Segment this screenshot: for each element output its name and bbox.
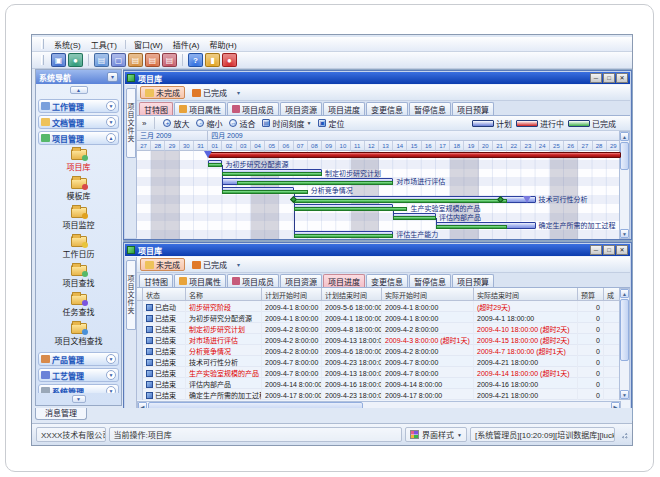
project-folder-tab[interactable]: 项目文件夹 <box>126 88 136 158</box>
table-row[interactable]: 已结束 技术可行性分析 2009-4-7 8:00:00 2009-4-23 1… <box>137 356 622 367</box>
gantt-tool-定位[interactable]: ▣定位 <box>316 118 346 129</box>
scroll-up-arrow-icon[interactable]: ▲ <box>620 289 629 298</box>
scroll-down-arrow-icon[interactable]: ▼ <box>620 229 629 238</box>
scroll-down-arrow-icon[interactable]: ▼ <box>620 390 629 399</box>
scroll-up-arrow-icon[interactable]: ▲ <box>620 132 629 141</box>
gantt-tool-放大[interactable]: +放大 <box>161 118 191 129</box>
column-header-计划开始时间[interactable]: 计划开始时间 <box>262 288 322 301</box>
lock-icon[interactable]: ▮ <box>205 53 220 67</box>
sidebar-group-产品管理[interactable]: 产品管理 ▼ <box>38 352 119 366</box>
table-row[interactable]: 已结束 确定生产所需的加工过程 2009-4-17 8:00:00 2009-4… <box>137 389 622 400</box>
table-window-titlebar[interactable]: 项目库 ─ □ ✕ <box>125 244 630 256</box>
tab-项目资源[interactable]: 项目资源 <box>280 274 322 287</box>
tab-变更信息[interactable]: 变更信息 <box>366 102 408 115</box>
tab-变更信息[interactable]: 变更信息 <box>366 274 408 287</box>
filter-已完成-button[interactable]: 已完成 <box>187 258 232 271</box>
sidebar-item-任务查找[interactable]: 任务查找 <box>38 292 119 321</box>
filter-未完成-button[interactable]: 未完成 <box>140 258 185 271</box>
form-icon-2[interactable]: ▤ <box>145 53 160 67</box>
menu-item-1[interactable]: 工具(T) <box>86 38 122 51</box>
filter-overflow-icon[interactable]: ▾ <box>237 261 240 268</box>
table-vertical-scrollbar[interactable]: ▲ ▼ <box>619 288 630 400</box>
column-header-实际结束时间[interactable]: 实际结束时间 <box>474 288 578 301</box>
tab-项目资源[interactable]: 项目资源 <box>280 102 322 115</box>
chevron-up-icon[interactable]: ▲ <box>106 133 116 143</box>
toolbar-overflow[interactable]: » <box>140 119 148 128</box>
column-header-预算[interactable]: 预算 <box>578 288 604 301</box>
sidebar-group-系统管理[interactable]: 系统管理 ▼ <box>38 384 119 393</box>
tab-暂停信息[interactable]: 暂停信息 <box>409 102 451 115</box>
resize-grip[interactable] <box>620 431 628 439</box>
filter-已完成-button[interactable]: 已完成 <box>187 86 232 99</box>
table-body[interactable]: 已启动 初步研究阶段 2009-4-1 8:00:00 2009-5-6 18:… <box>137 301 622 400</box>
gantt-tool-适合[interactable]: ↔适合 <box>227 118 257 129</box>
workspace-icon[interactable]: ▣ <box>51 53 66 67</box>
sidebar-item-工作日历[interactable]: 工作日历 <box>38 234 119 263</box>
window-icon[interactable]: ▢ <box>111 53 126 67</box>
menu-item-2[interactable]: 窗口(W) <box>129 38 168 51</box>
column-header-名称[interactable]: 名称 <box>186 288 262 301</box>
folder-icon[interactable]: ▤ <box>94 53 109 67</box>
scrollbar-thumb[interactable] <box>620 299 629 361</box>
sidebar-item-项目文档查找[interactable]: 项目文档查找 <box>38 321 119 350</box>
column-header-计划结束时间[interactable]: 计划结束时间 <box>322 288 382 301</box>
table-row[interactable]: 已结束 分析竞争情况 2009-4-2 8:00:00 2009-4-6 18:… <box>137 345 622 356</box>
gantt-summary-bar[interactable] <box>208 152 621 158</box>
exit-icon[interactable]: ● <box>222 53 237 67</box>
form-icon-3[interactable]: ▤ <box>162 53 177 67</box>
gantt-tool-时间刻度[interactable]: ▤时间刻度 ▼ <box>260 118 313 129</box>
message-management-tab[interactable]: 消息管理 <box>35 408 87 420</box>
gantt-window-titlebar[interactable]: 项目库 ─ □ ✕ <box>125 72 630 84</box>
table-row[interactable]: 已结束 生产实验室规模的产品 2009-4-7 8:00:00 2009-4-1… <box>137 367 622 378</box>
sidebar-group-工作管理[interactable]: 工作管理 ▼ <box>38 99 119 113</box>
interface-style-selector[interactable]: 界面样式 ▼ <box>405 427 467 442</box>
chevron-down-icon[interactable]: ▼ <box>106 386 116 393</box>
filter-未完成-button[interactable]: 未完成 <box>140 86 185 99</box>
table-row[interactable]: 已结束 评估内部产品 2009-4-14 8:00:00 2009-4-16 1… <box>137 378 622 389</box>
form-icon-1[interactable]: ▤ <box>128 53 143 67</box>
sidebar-scroll-up[interactable]: ▲ <box>36 84 121 96</box>
minimize-button[interactable]: ─ <box>590 73 602 83</box>
menu-item-4[interactable]: 帮助(H) <box>204 38 241 51</box>
minimize-button[interactable]: ─ <box>590 245 602 255</box>
tab-甘特图[interactable]: 甘特图 <box>139 274 173 287</box>
chevron-down-icon[interactable]: ▼ <box>106 117 116 127</box>
menu-item-0[interactable]: 系统(S) <box>49 38 86 51</box>
chevron-down-icon[interactable]: ▼ <box>106 101 116 111</box>
tab-项目成员[interactable]: 项目成员 <box>227 102 279 115</box>
tab-项目成员[interactable]: 项目成员 <box>227 274 279 287</box>
menu-item-3[interactable]: 插件(A) <box>168 38 205 51</box>
table-row[interactable]: 已结束 对市场进行评估 2009-4-2 8:00:00 2009-4-13 1… <box>137 334 622 345</box>
sidebar-item-模板库[interactable]: 模板库 <box>38 176 119 205</box>
sidebar-group-文档管理[interactable]: 文档管理 ▼ <box>38 115 119 129</box>
column-header-实际开始时间[interactable]: 实际开始时间 <box>382 288 474 301</box>
filter-overflow-icon[interactable]: ▾ <box>237 89 240 96</box>
table-row[interactable]: 已结束 为初步研究分配资源 2009-4-1 8:00:00 2009-4-1 … <box>137 312 622 323</box>
chevron-down-icon[interactable]: ▼ <box>106 370 116 380</box>
sidebar-item-项目监控[interactable]: 项目监控 <box>38 205 119 234</box>
table-row[interactable]: 已结束 制定初步研究计划 2009-4-2 8:00:00 2009-4-8 1… <box>137 323 622 334</box>
tab-项目进度[interactable]: 项目进度 <box>323 274 365 287</box>
tab-甘特图[interactable]: 甘特图 <box>139 102 173 115</box>
tab-项目预算[interactable]: 项目预算 <box>452 274 494 287</box>
gantt-vertical-scrollbar[interactable]: ▲ ▼ <box>619 131 630 239</box>
sidebar-scroll-down[interactable]: ▼ <box>36 395 121 403</box>
sidebar-group-项目管理[interactable]: 项目管理 ▲ <box>38 131 119 145</box>
sidebar-item-项目库[interactable]: 项目库 <box>38 147 119 176</box>
gantt-tool-缩小[interactable]: -缩小 <box>194 118 224 129</box>
maximize-button[interactable]: □ <box>603 245 615 255</box>
tab-项目预算[interactable]: 项目预算 <box>452 102 494 115</box>
sidebar-pin-icon[interactable]: ▾ <box>107 72 118 82</box>
close-button[interactable]: ✕ <box>616 73 628 83</box>
tab-项目进度[interactable]: 项目进度 <box>323 102 365 115</box>
close-button[interactable]: ✕ <box>616 245 628 255</box>
tab-项目属性[interactable]: 项目属性 <box>174 274 226 287</box>
gantt-chart[interactable]: 为初步研究分配资源制定初步研究计划对市场进行评估分析竞争情况技术可行性分析生产实… <box>137 151 621 239</box>
maximize-button[interactable]: □ <box>603 73 615 83</box>
project-folder-tab[interactable]: 项目文件夹 <box>126 260 136 330</box>
tab-项目属性[interactable]: 项目属性 <box>174 102 226 115</box>
tab-暂停信息[interactable]: 暂停信息 <box>409 274 451 287</box>
help-icon[interactable]: ? <box>188 53 203 67</box>
chevron-down-icon[interactable]: ▼ <box>106 354 116 364</box>
scrollbar-thumb[interactable] <box>620 142 629 170</box>
